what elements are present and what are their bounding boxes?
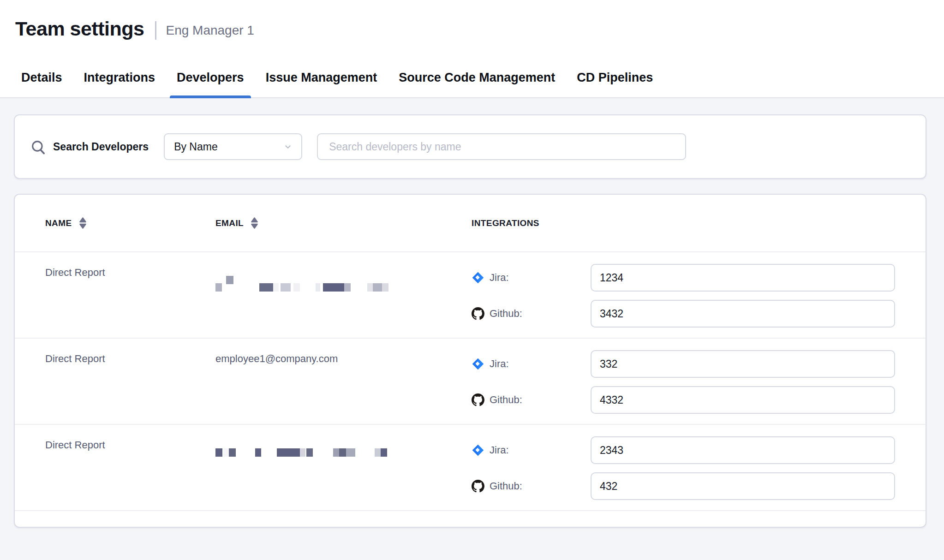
column-header-email: EMAIL: [215, 217, 472, 229]
github-field: Github:: [472, 472, 895, 500]
github-field: Github:: [472, 386, 895, 414]
sort-icon[interactable]: [79, 217, 87, 229]
tab-cd-pipelines[interactable]: CD Pipelines: [570, 58, 660, 97]
column-header-name: NAME: [45, 217, 215, 229]
developer-name: Direct Report: [45, 252, 215, 338]
developers-table: NAME EMAIL INTEGRATIONS Direct Report: [14, 194, 926, 528]
tab-issue-management[interactable]: Issue Management: [259, 58, 384, 97]
search-filter-value: By Name: [174, 141, 218, 153]
search-developers-label: Search Developers: [53, 141, 149, 153]
github-icon: [472, 480, 484, 493]
github-id-input[interactable]: [591, 300, 895, 328]
table-row: Direct Report employee1@company.com Jira…: [15, 339, 926, 425]
redacted-email-blocks: [215, 282, 472, 291]
name-header-label: NAME: [45, 218, 72, 228]
jira-icon: [472, 444, 484, 457]
github-label: Github:: [490, 394, 522, 406]
github-icon: [472, 393, 484, 406]
github-label-group: Github:: [472, 480, 591, 493]
tab-source-code-management[interactable]: Source Code Management: [392, 58, 562, 97]
tab-integrations[interactable]: Integrations: [77, 58, 162, 97]
integrations-cell: Jira: Github:: [472, 252, 895, 338]
github-label: Github:: [490, 308, 522, 320]
github-icon: [472, 307, 484, 320]
search-icon: [30, 139, 46, 155]
content-area: Search Developers By Name NAME EMAIL: [0, 98, 944, 560]
developer-name: Direct Report: [45, 425, 215, 510]
developer-email-redacted: [215, 425, 472, 510]
search-input[interactable]: [317, 133, 686, 160]
table-row: Direct Report Jira:: [15, 252, 926, 339]
github-label-group: Github:: [472, 393, 591, 406]
search-panel: Search Developers By Name: [14, 114, 926, 179]
github-label-group: Github:: [472, 307, 591, 320]
jira-label: Jira:: [490, 272, 509, 284]
jira-label-group: Jira:: [472, 444, 591, 457]
developer-name: Direct Report: [45, 339, 215, 424]
jira-id-input[interactable]: [591, 350, 895, 378]
jira-field: Jira:: [472, 264, 895, 292]
sort-icon[interactable]: [251, 217, 258, 229]
developer-email-redacted: [215, 252, 472, 338]
jira-id-input[interactable]: [591, 264, 895, 292]
integrations-cell: Jira: Github:: [472, 339, 895, 424]
title-separator: [155, 21, 156, 40]
github-id-input[interactable]: [591, 472, 895, 500]
tab-bar: Details Integrations Developers Issue Ma…: [0, 58, 944, 98]
github-id-input[interactable]: [591, 386, 895, 414]
redacted-email-blocks: [215, 448, 472, 457]
jira-id-input[interactable]: [591, 436, 895, 464]
integrations-cell: Jira: Github:: [472, 425, 895, 510]
integrations-header-label: INTEGRATIONS: [472, 218, 539, 228]
github-label: Github:: [490, 480, 522, 492]
jira-label: Jira:: [490, 358, 509, 370]
column-header-integrations: INTEGRATIONS: [472, 218, 895, 228]
tab-details[interactable]: Details: [14, 58, 69, 97]
jira-icon: [472, 357, 484, 370]
jira-icon: [472, 271, 484, 284]
chevron-down-icon: [283, 142, 293, 152]
github-field: Github:: [472, 300, 895, 328]
jira-field: Jira:: [472, 436, 895, 464]
jira-label-group: Jira:: [472, 271, 591, 284]
jira-field: Jira:: [472, 350, 895, 378]
search-filter-select[interactable]: By Name: [164, 133, 302, 160]
team-name: Eng Manager 1: [166, 23, 254, 38]
table-row: Direct Report Jira:: [15, 425, 926, 511]
page-header: Team settings Eng Manager 1: [0, 0, 944, 58]
email-header-label: EMAIL: [215, 218, 244, 228]
tab-developers[interactable]: Developers: [170, 58, 251, 97]
page-title: Team settings: [15, 18, 144, 40]
developer-email: employee1@company.com: [215, 339, 472, 424]
jira-label: Jira:: [490, 444, 509, 456]
jira-label-group: Jira:: [472, 357, 591, 370]
table-header-row: NAME EMAIL INTEGRATIONS: [15, 195, 926, 252]
